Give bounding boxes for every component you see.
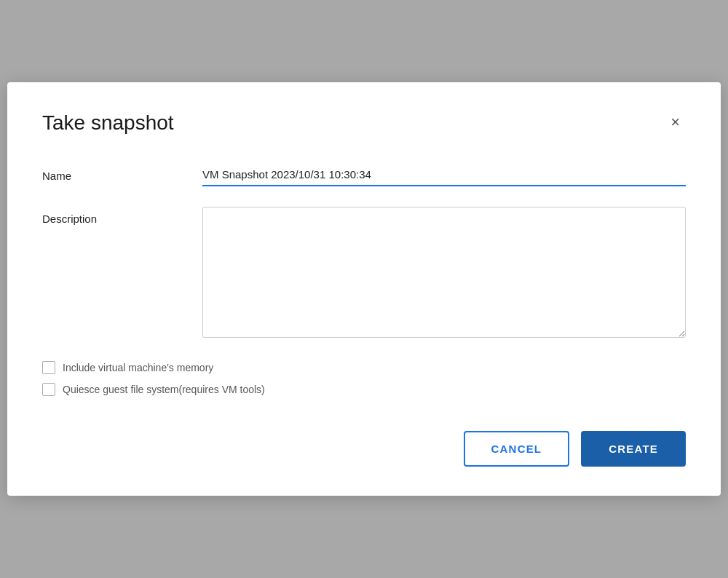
checkboxes-section: Include virtual machine's memory Quiesce…: [42, 361, 686, 396]
quiesce-guest-label[interactable]: Quiesce guest file system(requires VM to…: [63, 384, 265, 395]
memory-checkbox-row: Include virtual machine's memory: [42, 361, 686, 374]
dialog-overlay: Take snapshot × Name Description Include…: [0, 0, 728, 578]
dialog-header: Take snapshot ×: [42, 111, 686, 135]
description-row: Description: [42, 207, 686, 341]
include-memory-checkbox[interactable]: [42, 361, 55, 374]
create-button[interactable]: CREATE: [581, 431, 686, 467]
description-label: Description: [42, 207, 202, 225]
close-button[interactable]: ×: [665, 111, 686, 133]
include-memory-label[interactable]: Include virtual machine's memory: [63, 362, 213, 373]
description-field-container: [202, 207, 686, 341]
description-textarea[interactable]: [202, 207, 686, 338]
quiesce-checkbox-row: Quiesce guest file system(requires VM to…: [42, 383, 686, 396]
cancel-button[interactable]: CANCEL: [464, 431, 570, 467]
dialog-title: Take snapshot: [42, 111, 174, 135]
name-field-container: [202, 164, 686, 186]
quiesce-guest-checkbox[interactable]: [42, 383, 55, 396]
name-input[interactable]: [202, 164, 686, 186]
dialog-footer: CANCEL CREATE: [42, 431, 686, 467]
dialog-container: Take snapshot × Name Description Include…: [7, 82, 721, 496]
name-row: Name: [42, 164, 686, 186]
name-label: Name: [42, 164, 202, 182]
